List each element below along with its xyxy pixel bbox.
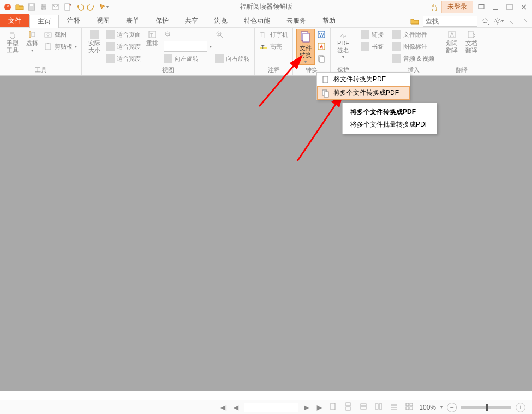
cursor-dropdown-icon[interactable]: ▾ <box>98 2 109 13</box>
hand-icon[interactable] <box>429 2 439 12</box>
fit-width-label: 适合宽度 <box>117 43 141 51</box>
file-convert-label: 文件 转换 <box>300 45 312 58</box>
image-annot-button[interactable]: 图像标注 <box>391 41 435 52</box>
folder-fav-icon[interactable] <box>410 16 420 26</box>
search-input[interactable] <box>423 16 477 27</box>
zoom-percent-label: 100% <box>419 404 436 411</box>
first-page-icon[interactable]: ◀| <box>219 404 228 411</box>
tab-cloud[interactable]: 云服务 <box>278 14 314 27</box>
nav-prev-icon[interactable] <box>507 16 517 26</box>
highlight-button[interactable]: T高亮 <box>258 41 289 52</box>
fit-width-button[interactable]: 适合宽度 <box>105 41 142 52</box>
clipboard-button[interactable]: 剪贴板▾ <box>43 41 78 52</box>
file-attach-button[interactable]: 文件附件 <box>391 29 435 40</box>
link-button[interactable]: 链接 <box>360 29 385 40</box>
link-label: 链接 <box>372 31 384 39</box>
tab-share[interactable]: 共享 <box>177 14 206 27</box>
svg-rect-36 <box>323 76 328 83</box>
continuous-icon[interactable] <box>343 402 354 412</box>
open-folder-icon[interactable] <box>14 2 25 13</box>
snapshot-button[interactable]: 截图 <box>43 29 78 40</box>
save-icon[interactable] <box>26 2 37 13</box>
bookmark-label: 书签 <box>372 43 384 51</box>
close-icon[interactable] <box>518 2 530 12</box>
pdf-sign-button[interactable]: PDF 签名▾ <box>334 29 352 59</box>
redo-icon[interactable] <box>86 2 97 13</box>
zoom-out-button[interactable] <box>163 29 213 40</box>
file-convert-button[interactable]: 文件 转换▾ <box>296 29 315 65</box>
print-icon[interactable] <box>38 2 49 13</box>
tab-browse[interactable]: 浏览 <box>206 14 236 27</box>
convert-copy-button[interactable] <box>316 53 327 64</box>
actual-size-label: 实际 大小 <box>88 40 100 53</box>
actual-size-icon <box>90 30 99 39</box>
ribbon-min-icon[interactable] <box>475 2 487 12</box>
email-icon[interactable] <box>50 2 61 13</box>
gear-icon[interactable]: ▾ <box>494 16 504 26</box>
fit-visible-button[interactable]: 适合宽度 <box>105 53 142 64</box>
actual-size-button[interactable]: 实际 大小 <box>85 29 104 53</box>
svg-rect-41 <box>331 403 335 410</box>
zoom-combo[interactable]: ▾ <box>163 41 213 52</box>
menu-item-single-pdf[interactable]: 将文件转换为PDF <box>317 73 410 86</box>
fit-page-button[interactable]: 适合页面 <box>105 29 142 40</box>
tab-view[interactable]: 视图 <box>88 14 118 27</box>
tab-help[interactable]: 帮助 <box>314 14 344 27</box>
word-translate-button[interactable]: A划词 翻译 <box>443 29 461 53</box>
bookmark-button[interactable]: 书签 <box>360 41 385 52</box>
zoom-in-button-status[interactable]: + <box>516 403 525 412</box>
next-page-icon[interactable]: ▶ <box>303 404 310 411</box>
page-number-input[interactable] <box>244 403 298 412</box>
convert-word-button[interactable]: W <box>316 29 327 40</box>
maximize-icon[interactable] <box>504 2 516 12</box>
typewriter-label: 打字机 <box>270 31 288 39</box>
app-logo-icon <box>2 2 13 13</box>
menu-item-multi-pdf[interactable]: 将多个文件转换成PDF <box>317 86 410 100</box>
svg-rect-11 <box>507 4 512 10</box>
single-page-icon[interactable] <box>327 402 338 412</box>
rotate-right-button[interactable]: 向右旋转 <box>214 53 251 64</box>
view-mode1-icon[interactable] <box>358 402 369 412</box>
zoom-in-button[interactable] <box>214 29 251 40</box>
rotate-left-button[interactable]: 向左旋转 <box>163 53 213 64</box>
zoom-out-button-status[interactable]: − <box>447 403 457 412</box>
tab-protect[interactable]: 保护 <box>147 14 177 27</box>
audio-video-button[interactable]: 音频 & 视频 <box>391 53 435 64</box>
nav-next-icon[interactable] <box>520 16 530 26</box>
tab-home[interactable]: 主页 <box>29 15 59 28</box>
tab-form[interactable]: 表单 <box>118 14 147 27</box>
menu-item-multi-label: 将多个文件转换成PDF <box>333 88 399 98</box>
new-doc-icon[interactable] <box>62 2 73 13</box>
zoom-slider-handle[interactable] <box>486 404 488 411</box>
status-bar: ◀| ◀ ▶ |▶ 100% ▾ − + <box>0 400 532 414</box>
link-icon <box>361 30 369 39</box>
single-doc-icon <box>321 75 330 84</box>
search-icon[interactable] <box>481 16 491 26</box>
typewriter-button[interactable]: T|打字机 <box>258 29 289 40</box>
view-mode2-icon[interactable] <box>373 402 384 412</box>
view-mode3-icon[interactable] <box>388 402 399 412</box>
reflow-button[interactable]: T重排 <box>143 29 162 47</box>
convert-star-button[interactable] <box>316 41 327 52</box>
tab-feature[interactable]: 特色功能 <box>236 14 278 27</box>
zoom-combo-box[interactable] <box>164 41 207 52</box>
prev-page-icon[interactable]: ◀ <box>232 404 240 411</box>
audio-video-label: 音频 & 视频 <box>403 55 434 63</box>
view-mode4-icon[interactable] <box>404 402 415 412</box>
minimize-icon[interactable] <box>489 2 501 12</box>
tab-file[interactable]: 文件 <box>0 14 29 27</box>
select-button[interactable]: 选择▾ <box>23 29 41 53</box>
fit-page-label: 适合页面 <box>117 31 141 39</box>
group-label-view: 视图 <box>85 66 251 75</box>
tab-comment[interactable]: 注释 <box>59 14 88 27</box>
doc-translate-button[interactable]: 文档 翻译 <box>462 29 481 53</box>
last-page-icon[interactable]: |▶ <box>314 404 323 411</box>
svg-rect-56 <box>410 407 413 410</box>
hand-tool-button[interactable]: 手型 工具 <box>3 29 22 53</box>
undo-icon[interactable] <box>74 2 85 13</box>
zoom-slider[interactable] <box>461 406 511 409</box>
login-button[interactable]: 未登录 <box>441 1 473 13</box>
ribbon-group-protect: PDF 签名▾ 保护 <box>331 28 356 75</box>
ribbon-group-insert: 文件附件 图像标注 音频 & 视频 插入 <box>388 28 439 75</box>
zoom-percent-dropdown[interactable]: ▾ <box>440 405 443 410</box>
